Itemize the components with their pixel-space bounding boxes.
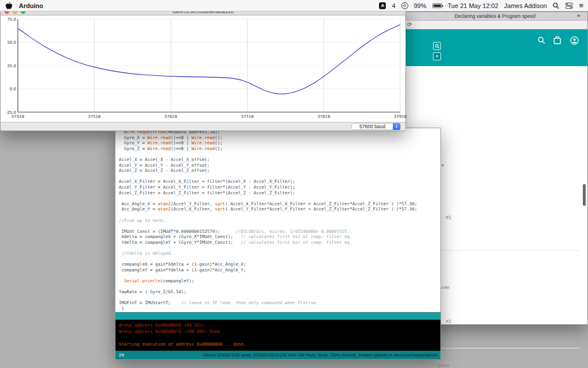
y-tick-label: 75.0 [7, 17, 16, 22]
code-line: Serial.println(compangleY); [119, 278, 440, 284]
menubar-user-name[interactable]: James Addison [504, 2, 547, 9]
battery-percent: 99% [414, 2, 427, 9]
post-divider [436, 250, 579, 251]
code-line: Gyro_Z = Wire.read()<<8 | Wire.read(); [119, 146, 440, 152]
x-tick-label: 37818 [318, 114, 330, 119]
forum-mini-dropdown-icon[interactable]: ▾ [433, 52, 441, 60]
code-line [119, 256, 440, 262]
battery-icon[interactable] [432, 3, 442, 8]
code-line [119, 284, 440, 290]
serial-plotter-window: /dev/cu.wchusbserialfa140 75.050.025.00.… [0, 7, 406, 131]
d-badge-icon[interactable]: d [401, 2, 408, 9]
y-tick-label: 25.0 [7, 64, 16, 68]
plotter-footer: 57600 baud ▲▼ [1, 122, 405, 131]
code-line: IMUFinT = IMUStartT; // leave in IF loop… [119, 300, 440, 306]
code-line: Accel_Z_Filter = Accel_Z_Filter + filter… [119, 190, 440, 196]
badge-count: 4 [392, 2, 395, 9]
code-line: Xdelta = compangleX + (Gyro_X*IMUdt_Cons… [119, 234, 440, 240]
control-center-icon[interactable] [565, 2, 573, 9]
code-editor[interactable]: Wire.requestFrom(MPU6050_address,14); Gy… [115, 128, 440, 312]
browser-tab-title[interactable]: Declaring variables & Program speed [403, 13, 587, 19]
baud-rate-value: 57600 baud [352, 124, 393, 129]
status-board-info: Generic STM32F103C series, STM32F103C8 (… [203, 353, 440, 357]
forum-header: ▾ [403, 29, 587, 66]
console-line: Wrote address 0x08008b00 (99.32%) [119, 322, 437, 328]
code-line: Accel_Y_Filter = Accel_Y_Filter + filter… [119, 185, 440, 190]
console-line: Wrote address 0x08008bf4 (100.00%) Done. [119, 328, 437, 335]
apple-menu-icon[interactable] [6, 2, 12, 9]
code-line [119, 195, 440, 201]
status-line-number: 29 [115, 352, 124, 358]
data-series-line [18, 25, 400, 94]
code-line: Accel_Z = Accel_Z - Accel_Z_offset; [119, 168, 440, 174]
code-line [119, 273, 440, 278]
browser-toolbar: ⟳ [403, 21, 587, 29]
code-line: Accel_Y = Accel_Y - Accel_Y_offset; [119, 163, 440, 168]
console-line: Starting execution at address 0x08000000… [119, 341, 437, 347]
x-tick-label: 37618 [164, 114, 177, 119]
input-source-icon[interactable]: A [379, 2, 386, 9]
code-line: Acc_Angle_X = atan2(Accel_Y_Filter, sqrt… [119, 201, 440, 207]
ide-status-bar: 29 Generic STM32F103C series, STM32F103C… [115, 351, 440, 359]
stepper-arrows-icon: ▲▼ [393, 123, 400, 130]
code-line: Gyro_Y = Wire.read()<<8 | Wire.read(); [119, 140, 440, 146]
line-chart: 75.050.025.00.0-25.037418375183761837718… [1, 16, 407, 122]
code-line [119, 245, 440, 251]
baud-rate-select[interactable]: 57600 baud ▲▼ [351, 123, 401, 130]
arduino-ide-window: Wire.requestFrom(MPU6050_address,14); Gy… [115, 128, 441, 360]
serial-plotter-chart: 75.050.025.00.0-25.037418375183761837718… [1, 16, 405, 122]
code-line [119, 295, 440, 301]
x-tick-label: 37918 [394, 114, 407, 119]
notification-list-icon[interactable]: ≡ [579, 1, 583, 10]
ide-console[interactable]: Wrote address 0x08008b00 (99.32%)Wrote a… [115, 320, 440, 351]
forum-mini-search-icon[interactable] [433, 42, 441, 50]
code-line: Acc_Angle_Y = atan2(Accel_X_Filter, sqrt… [119, 206, 440, 212]
new-tab-button[interactable]: + [577, 12, 581, 19]
code-line: compangleX = gain*Xdelta + (1-gain)*Acc_… [119, 262, 440, 267]
menubar-app-name[interactable]: Arduino [19, 2, 43, 9]
x-tick-label: 37718 [241, 114, 253, 119]
post-number: #2 [446, 319, 451, 324]
x-tick-label: 37418 [11, 114, 24, 119]
code-line: Accel_X = Accel_X - Accel_X_offset; [119, 157, 440, 163]
code-line: } [119, 306, 440, 312]
menubar-clock[interactable]: Tue 21 May 12:02 [448, 2, 498, 9]
scrollbar-thumb[interactable] [583, 184, 586, 206]
macos-menubar: Arduino A 4 d 99% Tue 21 May 12:02 James… [0, 0, 588, 12]
y-tick-label: 50.0 [7, 40, 16, 45]
code-line [119, 212, 440, 218]
forum-search-icon[interactable] [537, 36, 546, 47]
spotlight-search-icon[interactable] [552, 2, 559, 9]
console-line [119, 335, 437, 341]
browser-tab-bar: Declaring variables & Program speed + [403, 12, 587, 21]
code-line: Accel_X_Filter = Accel_X_Filter + filter… [119, 179, 440, 185]
code-line: YawRate = (-Gyro_Z/65.54); [119, 289, 440, 295]
code-line: //Fine up to here, [119, 218, 440, 224]
code-line [119, 223, 440, 229]
code-line [119, 151, 440, 157]
post-divider [436, 348, 579, 348]
ide-progress-band [115, 312, 440, 320]
code-line: Ydelta = compangleY + (Gyro_Y*IMUdt_Cons… [119, 240, 440, 246]
y-tick-label: 0.0 [10, 87, 16, 91]
code-line [119, 174, 440, 179]
code-line: Gyro_X = Wire.read()<<8 | Wire.read(); [119, 135, 440, 141]
code-line: IMUdt_Const = (IMUdT*0.0000000152579); /… [119, 229, 440, 235]
forum-bag-icon[interactable] [554, 36, 561, 47]
code-line: compangleY = gain*Ydelta + (1-gain)*Acc_… [119, 267, 440, 273]
code-line: //Ydelta is delayed.. [119, 251, 440, 256]
forum-avatar-icon[interactable] [570, 36, 579, 47]
post-number: #1 [446, 214, 451, 220]
quote-button[interactable]: Quote [437, 363, 450, 368]
x-tick-label: 37518 [88, 114, 100, 119]
